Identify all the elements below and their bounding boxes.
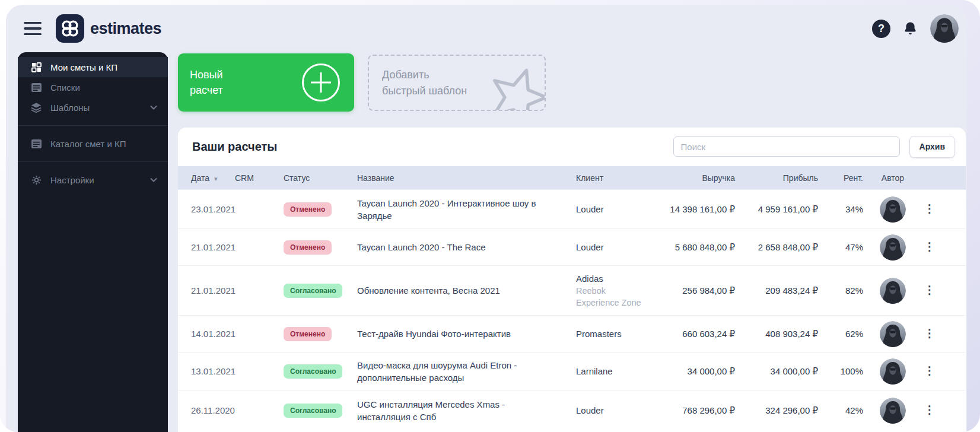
status-badge: Согласовано bbox=[284, 404, 342, 418]
sidebar-item-label: Мои сметы и КП bbox=[50, 62, 117, 72]
row-revenue: 34 000,00 ₽ bbox=[651, 366, 740, 377]
row-client: Larnilane bbox=[562, 366, 651, 377]
list-icon bbox=[31, 83, 42, 92]
row-date: 14.01.2021 bbox=[178, 329, 235, 339]
row-rent: 62% bbox=[823, 329, 868, 339]
kebab-menu-icon[interactable]: ⋮ bbox=[924, 404, 936, 416]
col-header-name: Название bbox=[357, 173, 562, 183]
row-name: UGC инсталляция Mercedes Xmas - инсталля… bbox=[357, 398, 562, 423]
sidebar-item-settings[interactable]: Настройки bbox=[18, 170, 168, 190]
row-revenue: 5 680 848,00 ₽ bbox=[651, 242, 740, 253]
sidebar-item-lists[interactable]: Списки bbox=[18, 77, 168, 97]
row-rent: 34% bbox=[823, 204, 868, 214]
kebab-menu-icon[interactable]: ⋮ bbox=[924, 240, 936, 253]
row-profit: 408 903,24 ₽ bbox=[740, 329, 823, 339]
add-template-label-line1: Добавить bbox=[382, 67, 467, 83]
status-badge: Отменено bbox=[284, 202, 332, 217]
add-quick-template-button[interactable]: Добавить быстрый шаблон bbox=[368, 55, 546, 111]
sidebar-item-label: Настройки bbox=[50, 175, 94, 185]
author-avatar bbox=[880, 398, 906, 424]
brand-logo-icon bbox=[56, 14, 84, 43]
col-header-revenue: Выручка bbox=[651, 173, 740, 183]
row-client: Promasters bbox=[562, 328, 651, 340]
kebab-menu-icon[interactable]: ⋮ bbox=[924, 202, 936, 215]
row-name: Taycan Launch 2020 - The Race bbox=[357, 241, 562, 253]
plus-circle-icon bbox=[302, 63, 340, 101]
table-row[interactable]: 14.01.2021 Отменено Тест-драйв Hyundai Ф… bbox=[178, 315, 966, 352]
col-header-author: Автор bbox=[868, 173, 918, 183]
bell-icon[interactable] bbox=[902, 21, 918, 37]
screenshot-canvas: estimates ? bbox=[0, 0, 980, 432]
chevron-down-icon bbox=[150, 105, 157, 110]
row-rent: 47% bbox=[823, 242, 868, 252]
table-row[interactable]: 21.01.2021 Согласовано Обновление контен… bbox=[178, 265, 966, 315]
author-avatar bbox=[880, 278, 906, 304]
app-window: estimates ? bbox=[6, 5, 967, 432]
row-profit: 2 658 848,00 ₽ bbox=[740, 242, 823, 253]
kebab-menu-icon[interactable]: ⋮ bbox=[924, 284, 936, 296]
status-badge: Отменено bbox=[284, 327, 332, 341]
topbar: estimates ? bbox=[6, 5, 967, 52]
table-row[interactable]: 13.01.2021 Согласовано Видео-маска для ш… bbox=[178, 352, 966, 390]
sidebar-item-my-estimates[interactable]: Мои сметы и КП bbox=[18, 57, 168, 77]
row-name: Обновление контента, Весна 2021 bbox=[357, 284, 562, 297]
user-avatar[interactable] bbox=[930, 14, 959, 43]
col-header-rent: Рент. bbox=[823, 173, 868, 183]
row-client: AdidasReebok Experience Zone bbox=[562, 273, 651, 309]
row-name: Taycan Launch 2020 - Интерактивное шоу в… bbox=[357, 197, 562, 222]
row-profit: 209 483,24 ₽ bbox=[740, 285, 823, 296]
star-outline-icon bbox=[483, 62, 546, 111]
row-client: Louder bbox=[562, 242, 651, 253]
row-client: Louder bbox=[562, 405, 651, 417]
layers-icon bbox=[31, 103, 42, 113]
row-name: Тест-драйв Hyundai Фото-интерактив bbox=[357, 328, 562, 340]
row-profit: 4 959 161,00 ₽ bbox=[740, 204, 823, 215]
gear-icon bbox=[31, 175, 42, 185]
col-header-profit: Прибыль bbox=[740, 173, 823, 183]
col-header-date[interactable]: Дата ▾ bbox=[178, 173, 235, 183]
brand: estimates bbox=[56, 14, 161, 43]
status-badge: Согласовано bbox=[284, 284, 342, 298]
sidebar-item-catalog[interactable]: Каталог смет и КП bbox=[18, 134, 168, 154]
status-badge: Согласовано bbox=[284, 364, 342, 379]
row-revenue: 256 984,00 ₽ bbox=[651, 285, 740, 296]
row-date: 26.11.2020 bbox=[178, 405, 235, 415]
col-header-client: Клиент bbox=[562, 173, 651, 183]
help-icon[interactable]: ? bbox=[872, 20, 890, 38]
row-date: 21.01.2021 bbox=[178, 242, 235, 252]
hamburger-icon[interactable] bbox=[24, 22, 42, 35]
author-avatar bbox=[880, 321, 906, 347]
row-date: 21.01.2021 bbox=[178, 285, 235, 296]
row-date: 23.01.2021 bbox=[178, 204, 235, 214]
new-calc-label-line2: расчет bbox=[190, 82, 223, 98]
table-row[interactable]: 23.01.2021 Отменено Taycan Launch 2020 -… bbox=[178, 189, 966, 228]
author-avatar bbox=[880, 196, 906, 223]
row-profit: 324 296,00 ₽ bbox=[740, 405, 823, 416]
search-input[interactable] bbox=[673, 136, 900, 157]
table-row[interactable]: 26.11.2020 Согласовано UGC инсталляция M… bbox=[178, 390, 966, 430]
row-revenue: 768 296,00 ₽ bbox=[651, 405, 740, 416]
kebab-menu-icon[interactable]: ⋮ bbox=[924, 327, 936, 339]
catalog-icon bbox=[31, 139, 42, 148]
table-row[interactable]: 21.01.2021 Отменено Taycan Launch 2020 -… bbox=[178, 228, 966, 265]
sidebar-item-templates[interactable]: Шаблоны bbox=[18, 97, 168, 117]
sidebar-divider bbox=[18, 161, 168, 162]
author-avatar bbox=[880, 358, 906, 385]
row-rent: 42% bbox=[823, 405, 868, 415]
row-profit: 34 000,00 ₽ bbox=[740, 366, 823, 377]
archive-button[interactable]: Архив bbox=[909, 136, 955, 158]
sidebar-item-label: Каталог смет и КП bbox=[50, 139, 126, 149]
col-header-crm: CRM bbox=[235, 173, 284, 183]
col-header-status: Статус bbox=[284, 173, 357, 183]
chevron-down-icon bbox=[150, 177, 157, 182]
dashboard-grid-icon bbox=[31, 62, 42, 72]
row-revenue: 660 603,24 ₽ bbox=[651, 329, 740, 339]
new-calculation-button[interactable]: Новый расчет bbox=[178, 53, 354, 112]
status-badge: Отменено bbox=[284, 240, 332, 255]
kebab-menu-icon[interactable]: ⋮ bbox=[924, 364, 936, 377]
sidebar-divider bbox=[18, 125, 168, 126]
sidebar-item-label: Шаблоны bbox=[50, 103, 90, 113]
brand-name: estimates bbox=[90, 20, 161, 38]
row-name: Видео-маска для шоурума Audi Etron - доп… bbox=[357, 359, 562, 384]
row-client: Louder bbox=[562, 204, 651, 215]
